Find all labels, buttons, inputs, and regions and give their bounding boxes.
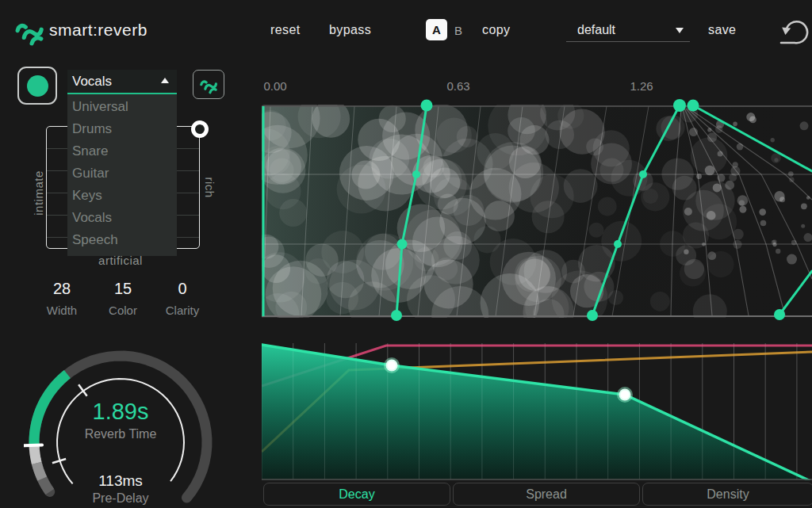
- profile-option-snare[interactable]: Snare: [67, 140, 177, 162]
- decay-body: [262, 343, 812, 481]
- profile-option-speech[interactable]: Speech: [67, 229, 177, 251]
- tab-decay[interactable]: Decay: [263, 483, 450, 506]
- tab-spread-label: Spread: [526, 487, 567, 502]
- profile-selected-value: Vocals: [72, 74, 112, 90]
- profile-dropdown-list: Universal Drums Snare Guitar Keys Vocals…: [67, 94, 177, 256]
- decay-handle: [617, 387, 633, 403]
- profile-option-drums[interactable]: Drums: [67, 118, 177, 140]
- tab-density-label: Density: [707, 487, 749, 502]
- decay-handle: [384, 357, 400, 373]
- profile-dropdown: Vocals Universal Drums Snare Guitar Keys…: [67, 70, 177, 256]
- profile-dropdown-header[interactable]: Vocals: [67, 70, 177, 94]
- chevron-up-icon: [161, 78, 169, 83]
- tab-density[interactable]: Density: [642, 483, 812, 506]
- profile-option-universal[interactable]: Universal: [67, 96, 177, 118]
- tab-spread[interactable]: Spread: [453, 483, 640, 506]
- profile-option-keys[interactable]: Keys: [67, 185, 177, 207]
- smart-reverb-window: smart:reverb reset bypass A B copy defau…: [0, 0, 812, 508]
- profile-option-vocals[interactable]: Vocals: [67, 207, 177, 229]
- tab-decay-label: Decay: [339, 487, 374, 502]
- decay-fill: [262, 345, 809, 481]
- profile-option-guitar[interactable]: Guitar: [67, 162, 177, 185]
